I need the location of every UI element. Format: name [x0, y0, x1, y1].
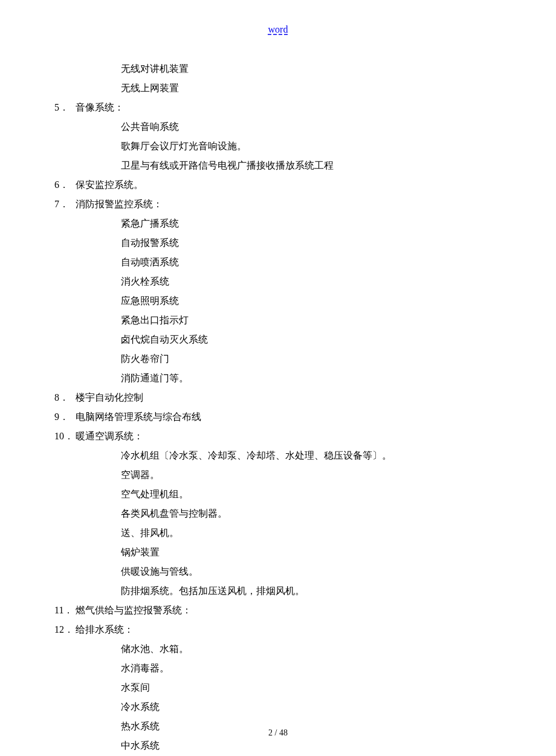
list-item: 5． 音像系统： [54, 98, 502, 117]
sub-item: 水消毒器。 [54, 659, 502, 678]
item-title: 楼宇自动化控制 [76, 388, 143, 407]
sub-item: 锅炉装置 [54, 543, 502, 562]
sub-item: 无线上网装置 [54, 79, 502, 98]
sub-item: 自动报警系统 [54, 233, 502, 253]
header-link-text: word [268, 24, 288, 34]
sub-item: 送、排风机。 [54, 523, 502, 543]
sub-item: 紧急广播系统 [54, 214, 502, 233]
item-title: 暖通空调系统： [76, 427, 143, 446]
page-footer: 2 / 48 [0, 728, 556, 738]
sub-item: 歌舞厅会议厅灯光音响设施。 [54, 137, 502, 156]
item-number: 9． [54, 407, 76, 427]
sub-item: 冷水系统 [54, 697, 502, 717]
sub-item: 中水系统 [54, 736, 502, 755]
sub-item: 消火栓系统 [54, 272, 502, 291]
item-title: 保安监控系统。 [76, 175, 143, 195]
sub-item: 公共音响系统 [54, 117, 502, 137]
sub-item: 防火卷帘门 [54, 349, 502, 369]
item-number: 10． [54, 427, 76, 446]
list-item: 7． 消防报警监控系统： [54, 195, 502, 214]
item-number: 12． [54, 620, 76, 639]
sub-item: 水泵间 [54, 678, 502, 697]
list-item: 9． 电脑网络管理系统与综合布线 [54, 407, 502, 427]
sub-item: 应急照明系统 [54, 291, 502, 311]
sub-item: 储水池、水箱。 [54, 639, 502, 659]
list-item: 12． 给排水系统： [54, 620, 502, 639]
sub-item: 消防通道门等。 [54, 369, 502, 388]
item-number: 11． [54, 601, 76, 620]
item-title: 给排水系统： [76, 620, 134, 639]
item-number: 5． [54, 98, 76, 117]
item-title: 消防报警监控系统： [76, 195, 163, 214]
sub-item: 自动喷洒系统 [54, 253, 502, 272]
list-item: 8． 楼宇自动化控制 [54, 388, 502, 407]
page-number: 2 / 48 [268, 728, 288, 737]
item-number: 8． [54, 388, 76, 407]
item-number: 7． [54, 195, 76, 214]
list-item: 10． 暖通空调系统： [54, 427, 502, 446]
item-title: 燃气供给与监控报警系统： [76, 601, 192, 620]
sub-item: 卫星与有线或开路信号电视广播接收播放系统工程 [54, 156, 502, 175]
header-link[interactable]: word [54, 24, 502, 35]
item-number: 6． [54, 175, 76, 195]
sub-item: 无线对讲机装置 [54, 59, 502, 79]
item-title: 音像系统： [76, 98, 124, 117]
sub-item: 空气处理机组。 [54, 485, 502, 504]
sub-item: 各类风机盘管与控制器。 [54, 504, 502, 523]
document-content: 无线对讲机装置 无线上网装置 5． 音像系统： 公共音响系统 歌舞厅会议厅灯光音… [54, 59, 502, 755]
sub-item: 紧急出口指示灯 [54, 311, 502, 330]
sub-item: 防排烟系统。包括加压送风机，排烟风机。 [54, 581, 502, 601]
sub-item: 冷水机组〔冷水泵、冷却泵、冷却塔、水处理、稳压设备等〕。 [54, 446, 502, 465]
sub-item: 供暖设施与管线。 [54, 562, 502, 581]
item-title: 电脑网络管理系统与综合布线 [76, 407, 201, 427]
sub-item: 空调器。 [54, 465, 502, 485]
list-item: 6． 保安监控系统。 [54, 175, 502, 195]
list-item: 11． 燃气供给与监控报警系统： [54, 601, 502, 620]
sub-item: 卤代烷自动灭火系统 [54, 330, 502, 349]
